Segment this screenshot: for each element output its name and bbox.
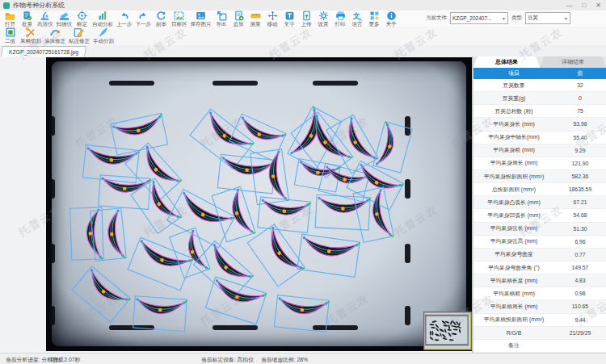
detected-pod[interactable] xyxy=(133,296,187,332)
detected-pod[interactable] xyxy=(128,237,193,291)
type-label: 类型 xyxy=(511,15,522,22)
batch-icon xyxy=(22,10,32,21)
table-row[interactable]: 平均果柄长度 (mm)4.83 xyxy=(473,274,606,287)
arc-icon xyxy=(49,27,61,38)
table-row[interactable]: 豆荚总粒数 (粒)75 xyxy=(473,105,606,118)
detected-pod[interactable] xyxy=(70,207,104,261)
table-row[interactable]: 平均果柄投影面积 (mm²)9.44 xyxy=(473,314,606,327)
toolbar-button-folder[interactable]: 打开 xyxy=(3,10,17,27)
toolbar-button-brush[interactable]: 手动分割 xyxy=(93,27,114,44)
detected-pod[interactable] xyxy=(274,295,329,333)
navigator-thumbnail[interactable] xyxy=(424,312,471,349)
table-row[interactable]: 平均果身中轴长(mm)55.40 xyxy=(473,132,606,144)
toolbar-button-save-picture[interactable]: 保存图片 xyxy=(191,10,212,27)
table-row[interactable]: 备注 xyxy=(473,340,606,353)
thumbnail-image xyxy=(425,313,469,347)
row-item-value: 0.98 xyxy=(554,291,606,296)
scanner-icon xyxy=(59,10,69,21)
current-file-dropdown[interactable]: KZGP_202407... ▼ xyxy=(450,12,508,24)
tab-overall-results[interactable]: 总体结果 xyxy=(473,56,540,68)
document-tab-bar: KZGP_20240725161728.jpg xyxy=(0,45,606,57)
detected-pod[interactable] xyxy=(353,187,393,243)
row-item-label: 平均果柄粗 (mm) xyxy=(473,290,554,298)
toolbar-button-move[interactable]: 移动 xyxy=(266,10,280,27)
table-row[interactable]: 平均果身凹弧长 (mm)54.68 xyxy=(473,209,606,222)
toolbar-button-gear[interactable]: 设置 xyxy=(317,10,330,27)
toolbar-button-refresh[interactable]: 副本 xyxy=(154,10,168,27)
detected-pod[interactable] xyxy=(212,186,255,242)
toolbar-button-append[interactable]: 追加 xyxy=(232,10,246,27)
detected-pod[interactable] xyxy=(373,121,412,173)
toolbar-button-arc[interactable]: 涂抹修正 xyxy=(44,27,65,44)
type-dropdown[interactable]: 豆荚 ▼ xyxy=(525,12,570,24)
toolbar-button-printer[interactable]: 打印 xyxy=(334,10,347,27)
toolbar-button-region[interactable]: 目标区 xyxy=(171,10,187,27)
toolbar-button-batch[interactable]: 批量 xyxy=(20,10,34,27)
table-row[interactable]: 豆荚数量32 xyxy=(473,79,606,92)
table-row[interactable]: 平均果身凸弧长 (mm)67.21 xyxy=(473,196,606,209)
detected-pod[interactable] xyxy=(167,190,236,249)
tab-detailed-results[interactable]: 详细结果 xyxy=(540,56,606,68)
table-row[interactable]: 平均果身弦长 (mm)51.30 xyxy=(473,223,606,236)
pencil-icon xyxy=(74,27,85,38)
toolbar-button-hdcam[interactable]: 高清仪 xyxy=(37,10,53,27)
redo-icon xyxy=(138,10,149,21)
main-area: 总体结果 详细结果 项目 值 豆荚数量32豆荚重(g)0豆荚总粒数 (粒)75平… xyxy=(0,56,606,353)
maximize-button[interactable]: □ xyxy=(582,0,586,10)
toolbar-button-language[interactable]: 文A语言 xyxy=(351,10,364,27)
toolbar-button-binary[interactable]: 二值 xyxy=(3,27,17,44)
toolbar-button-scissors[interactable]: 果柄切割 xyxy=(20,27,41,44)
table-row[interactable]: 平均果身弯曲度0.77 xyxy=(473,249,606,261)
toolbar-button-label: 导出 xyxy=(217,21,227,27)
table-row[interactable]: 平均果身长 (mm)53.98 xyxy=(473,118,606,131)
toolbar-button-more[interactable]: 更多 xyxy=(368,10,381,27)
row-item-value: 53.98 xyxy=(554,121,606,127)
detected-pod[interactable] xyxy=(258,197,311,233)
table-row[interactable]: 平均果身周长 (mm)121.90 xyxy=(473,157,606,170)
row-item-value: 582.36 xyxy=(554,174,606,179)
toolbar-button-label: 语言 xyxy=(352,21,363,27)
detected-pod[interactable] xyxy=(217,154,276,193)
toolbar-button-undo[interactable]: 上一步 xyxy=(116,10,133,27)
table-row[interactable]: R/G/B21/29/29 xyxy=(473,327,606,340)
close-button[interactable]: ✕ xyxy=(595,0,601,10)
toolbar-button-text[interactable]: 文字 xyxy=(283,10,297,27)
image-canvas[interactable] xyxy=(0,56,472,353)
minimize-button[interactable]: — xyxy=(566,0,572,10)
toolbar-button-redo[interactable]: 下一步 xyxy=(136,10,152,27)
detected-pod[interactable] xyxy=(297,234,360,277)
row-item-label: 平均果柄长度 (mm) xyxy=(473,277,554,285)
toolbar-button-label: 上传 xyxy=(301,21,312,27)
document-tab[interactable]: KZGP_20240725161728.jpg xyxy=(1,46,86,57)
toolbar-button-measure[interactable]: 测量 xyxy=(249,10,263,27)
toolbar-button-label: 测量 xyxy=(250,21,261,27)
detected-pod[interactable] xyxy=(72,266,130,322)
table-row[interactable]: 平均果柄粗 (mm)0.98 xyxy=(473,287,606,300)
table-row[interactable]: 平均果身粗 (mm)9.29 xyxy=(473,144,606,157)
row-item-value: 51.30 xyxy=(554,226,606,232)
row-item-label: R/G/B xyxy=(473,330,554,336)
row-item-value: 0.77 xyxy=(554,252,606,257)
detected-pod[interactable] xyxy=(190,109,255,169)
toolbar-button-analyze[interactable]: 自动分析 xyxy=(92,10,113,27)
table-row[interactable]: 平均果身投影面积 (mm²)582.36 xyxy=(473,170,606,183)
toolbar-button-scanner[interactable]: 扫描仪 xyxy=(57,10,73,27)
table-row[interactable]: 平均果柄周长 (mm)110.65 xyxy=(473,300,606,313)
table-row[interactable]: 豆荚重(g)0 xyxy=(473,92,606,105)
toolbar-button-upload[interactable]: 上传 xyxy=(300,10,314,27)
table-row[interactable]: 平均果身弯曲夹角 (°)149.57 xyxy=(473,261,606,274)
table-row[interactable]: 平均果身弦高 (mm)6.96 xyxy=(473,236,606,249)
pod-annotations-overlay xyxy=(46,57,472,351)
toolbar-button-info[interactable]: 关于 xyxy=(385,10,398,27)
detected-pod[interactable] xyxy=(247,224,305,287)
detected-pod[interactable] xyxy=(315,195,371,230)
status-elapsed: 耗时: 2.07秒 xyxy=(50,356,80,364)
detected-pod[interactable] xyxy=(99,175,151,210)
toolbar-button-pencil[interactable]: 粘连修正 xyxy=(69,27,90,44)
toolbar-button-target[interactable]: 标定 xyxy=(75,10,89,27)
table-row[interactable]: 总投影面积 (mm²)18635.59 xyxy=(473,183,606,196)
hdcam-icon xyxy=(40,10,50,21)
toolbar-button-export[interactable]: 导出 xyxy=(215,10,229,27)
detected-pod[interactable] xyxy=(250,149,289,205)
toolbar-button-label: 设置 xyxy=(318,21,329,27)
